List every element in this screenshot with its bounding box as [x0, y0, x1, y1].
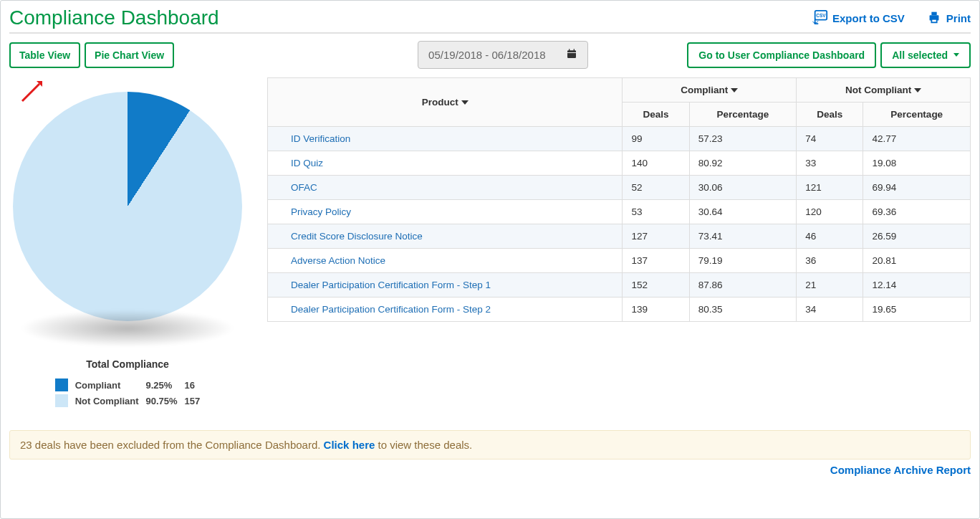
pie-title: Total Compliance: [86, 358, 169, 370]
table-row: Dealer Participation Certification Form …: [268, 273, 971, 297]
legend-pct-not-compliant: 90.75%: [146, 394, 178, 407]
col-subheader-nc-pct: Percentage: [863, 103, 971, 127]
nc-pct-cell: 69.36: [863, 200, 971, 224]
legend-pct-compliant: 9.25%: [146, 378, 178, 391]
col-header-compliant[interactable]: Compliant: [623, 78, 797, 103]
legend-row-not-compliant: Not Compliant 90.75% 157: [55, 394, 201, 407]
nc-pct-cell: 19.08: [863, 151, 971, 176]
all-selected-dropdown[interactable]: All selected: [880, 42, 971, 68]
product-link[interactable]: Privacy Policy: [291, 206, 351, 217]
nc-pct-cell: 42.77: [863, 127, 971, 151]
product-link[interactable]: Dealer Participation Certification Form …: [291, 280, 491, 290]
page-title: Compliance Dashboard: [9, 6, 219, 29]
nc-pct-cell: 69.94: [863, 176, 971, 200]
sort-caret-icon: [461, 100, 469, 105]
product-link[interactable]: Dealer Participation Certification Form …: [291, 304, 491, 315]
tab-pie-chart-view[interactable]: Pie Chart View: [85, 42, 174, 68]
product-link[interactable]: Adverse Action Notice: [291, 255, 385, 266]
product-link[interactable]: Credit Score Disclosure Notice: [291, 231, 423, 242]
printer-icon: [926, 9, 942, 27]
legend-label-not-compliant: Not Compliant: [75, 394, 139, 407]
table-row: Adverse Action Notice13779.193620.81: [268, 249, 971, 273]
calendar-icon: [566, 48, 577, 62]
go-user-compliance-button[interactable]: Go to User Compliance Dashboard: [687, 42, 876, 68]
info-bar-click-here-link[interactable]: Click here: [324, 439, 375, 451]
product-link[interactable]: OFAC: [291, 182, 317, 193]
legend-swatch-not-compliant: [55, 394, 68, 407]
compliant-pct-cell: 57.23: [689, 127, 796, 151]
date-range-value: 05/19/2018 - 06/18/2018: [428, 49, 545, 61]
compliant-deals-cell: 140: [623, 151, 689, 176]
svg-rect-9: [573, 49, 574, 51]
info-bar-prefix: 23 deals have been excluded from the Com…: [20, 439, 324, 451]
nc-deals-cell: 36: [797, 249, 863, 273]
svg-rect-4: [931, 11, 936, 15]
col-subheader-compliant-deals: Deals: [623, 103, 689, 127]
svg-text:CSV: CSV: [816, 13, 826, 18]
nc-deals-cell: 34: [797, 297, 863, 322]
svg-rect-6: [567, 50, 576, 58]
svg-rect-7: [567, 52, 576, 53]
table-row: Credit Score Disclosure Notice12773.4146…: [268, 224, 971, 249]
product-link[interactable]: ID Quiz: [291, 158, 323, 168]
nc-pct-cell: 19.65: [863, 297, 971, 322]
compliance-archive-report-link[interactable]: Compliance Archive Report: [830, 464, 971, 476]
nc-pct-cell: 12.14: [863, 273, 971, 297]
nc-pct-cell: 26.59: [863, 224, 971, 249]
compliant-pct-cell: 80.92: [689, 151, 796, 176]
table-row: Dealer Participation Certification Form …: [268, 297, 971, 322]
table-row: Privacy Policy5330.6412069.36: [268, 200, 971, 224]
col-header-product[interactable]: Product: [268, 78, 623, 127]
print-button[interactable]: Print: [926, 9, 971, 27]
legend-count-not-compliant: 157: [185, 394, 201, 407]
chevron-down-icon: [953, 53, 959, 57]
nc-deals-cell: 121: [797, 176, 863, 200]
compliant-deals-cell: 152: [623, 273, 689, 297]
pie-legend: Compliant 9.25% 16 Not Compliant 90.75% …: [48, 376, 208, 410]
compliant-deals-cell: 137: [623, 249, 689, 273]
product-link[interactable]: ID Verification: [291, 133, 350, 144]
all-selected-label: All selected: [892, 49, 948, 61]
legend-count-compliant: 16: [185, 378, 201, 391]
col-subheader-compliant-pct: Percentage: [689, 103, 796, 127]
sort-caret-icon: [914, 88, 921, 92]
export-csv-button[interactable]: CSV Export to CSV: [812, 9, 905, 27]
nc-deals-cell: 74: [797, 127, 863, 151]
svg-rect-8: [569, 49, 570, 51]
compliant-deals-cell: 52: [623, 176, 689, 200]
compliant-pct-cell: 73.41: [689, 224, 796, 249]
sort-caret-icon: [731, 88, 738, 92]
legend-swatch-compliant: [55, 378, 68, 391]
print-label: Print: [946, 12, 971, 24]
date-range-picker[interactable]: 05/19/2018 - 06/18/2018: [418, 41, 587, 69]
compliant-deals-cell: 139: [623, 297, 689, 322]
export-csv-label: Export to CSV: [832, 12, 905, 24]
nc-deals-cell: 21: [797, 273, 863, 297]
col-header-not-compliant[interactable]: Not Compliant: [797, 78, 971, 103]
compliant-pct-cell: 79.19: [689, 249, 796, 273]
compliant-pct-cell: 87.86: [689, 273, 796, 297]
compliant-pct-cell: 30.64: [689, 200, 796, 224]
tab-table-view[interactable]: Table View: [9, 42, 80, 68]
compliant-deals-cell: 99: [623, 127, 689, 151]
legend-row-compliant: Compliant 9.25% 16: [55, 378, 201, 391]
svg-rect-5: [931, 19, 936, 22]
table-row: ID Quiz14080.923319.08: [268, 151, 971, 176]
compliant-pct-cell: 80.35: [689, 297, 796, 322]
table-row: OFAC5230.0612169.94: [268, 176, 971, 200]
info-bar-suffix: to view these deals.: [375, 439, 472, 451]
compliance-table: Product Compliant Not Compliant Deals Pe…: [267, 77, 971, 322]
nc-deals-cell: 33: [797, 151, 863, 176]
table-row: ID Verification9957.237442.77: [268, 127, 971, 151]
excluded-deals-info-bar: 23 deals have been excluded from the Com…: [9, 430, 971, 460]
legend-label-compliant: Compliant: [75, 378, 139, 391]
col-subheader-nc-deals: Deals: [797, 103, 863, 127]
compliant-deals-cell: 127: [623, 224, 689, 249]
csv-export-icon: CSV: [812, 9, 828, 27]
nc-deals-cell: 120: [797, 200, 863, 224]
total-compliance-pie-chart: [13, 92, 242, 321]
nc-pct-cell: 20.81: [863, 249, 971, 273]
compliant-deals-cell: 53: [623, 200, 689, 224]
pie-shadow: [20, 310, 235, 347]
compliant-pct-cell: 30.06: [689, 176, 796, 200]
